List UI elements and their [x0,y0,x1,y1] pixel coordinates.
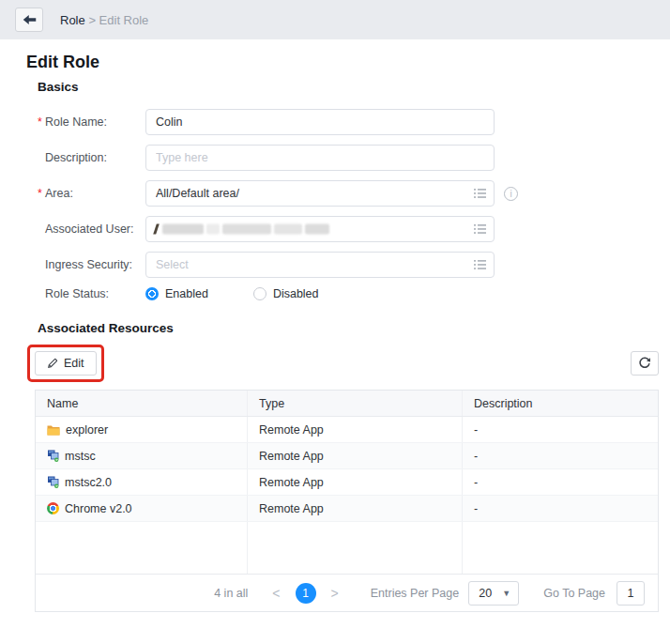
resource-name: Chrome v2.0 [65,502,132,515]
folder-icon [47,424,60,436]
entries-per-page-label: Entries Per Page [371,587,460,600]
table-row: explorer Remote App - [36,417,658,443]
radio-enabled-label: Enabled [165,287,208,300]
resource-type: Remote App [248,496,463,521]
radio-enabled[interactable]: Enabled [145,287,208,300]
entries-per-page-select[interactable]: 20 ▼ [468,581,519,606]
radio-checked-icon [145,287,159,300]
current-page-button[interactable]: 1 [296,583,316,604]
area-label: *Area: [38,187,145,200]
table-row: Chrome v2.0 Remote App - [36,496,658,522]
red-highlight-annotation: Edit [27,345,104,382]
resource-type: Remote App [248,469,463,495]
edit-button-label: Edit [64,357,84,370]
rdp-icon [47,450,59,462]
chevron-down-icon: ▼ [502,589,510,598]
refresh-icon [638,357,651,370]
resource-type: Remote App [248,443,463,468]
arrow-left-icon [23,14,37,25]
rdp-icon [47,476,59,488]
resources-toolbar: Edit [26,345,659,390]
role-name-label: *Role Name: [38,115,145,129]
redacted-value [155,224,329,235]
table-header: Name Type Description [36,391,658,417]
area-input[interactable] [145,180,495,207]
ingress-security-row: *Ingress Security: [38,252,659,278]
role-name-row: *Role Name: [38,109,659,135]
breadcrumb-separator: > [88,13,96,27]
required-asterisk: * [38,115,45,129]
resource-description: - [463,417,658,442]
associated-user-label: *Associated User: [38,222,145,236]
list-selector-icon[interactable] [474,224,486,235]
associated-user-row: *Associated User: [38,216,659,242]
column-header-type: Type [248,391,463,416]
resource-name: mstsc2.0 [65,476,112,489]
refresh-button[interactable] [631,351,659,376]
pagination-bar: 4 in all < 1 > Entries Per Page 20 ▼ Go … [36,575,658,611]
resource-description: - [463,469,658,495]
resource-description: - [463,496,658,521]
radio-unchecked-icon [253,287,266,300]
table-row: mstsc2.0 Remote App - [36,469,658,496]
topbar: Role > Edit Role [0,0,670,39]
radio-disabled[interactable]: Disabled [253,287,319,300]
info-icon[interactable]: i [504,187,518,201]
radio-disabled-label: Disabled [273,287,319,300]
pencil-icon [47,358,58,369]
column-header-name: Name [36,391,248,416]
page-title: Edit Role [26,53,659,72]
ingress-security-input[interactable] [145,252,495,278]
back-button[interactable] [15,8,43,32]
go-to-page-input[interactable] [617,581,645,606]
table-body: explorer Remote App - mstsc Remote App - [36,417,658,522]
prev-page-icon[interactable]: < [272,586,280,601]
breadcrumb: Role > Edit Role [60,13,148,27]
table-empty-area [36,522,658,575]
basics-form: *Role Name: *Description: *Area: [38,109,659,300]
ingress-security-label: *Ingress Security: [38,258,145,271]
breadcrumb-current: Edit Role [99,13,149,27]
role-name-input[interactable] [145,109,495,135]
next-page-icon[interactable]: > [331,586,339,601]
resources-table: Name Type Description explorer Remote Ap… [35,390,659,612]
column-header-description: Description [463,391,658,416]
edit-button[interactable]: Edit [35,351,97,376]
resource-name: explorer [66,423,108,437]
list-selector-icon[interactable] [474,189,486,199]
entries-per-page-value: 20 [479,587,492,600]
list-selector-icon[interactable] [474,260,486,270]
resource-type: Remote App [248,417,463,442]
basics-heading: Basics [38,80,659,94]
resource-description: - [463,443,658,468]
required-asterisk: * [38,187,45,200]
description-input[interactable] [145,145,495,171]
description-label: *Description: [38,151,145,164]
breadcrumb-parent[interactable]: Role [60,13,85,27]
table-row: mstsc Remote App - [36,443,658,469]
total-count: 4 in all [214,587,248,600]
chrome-icon [47,502,59,514]
area-row: *Area: i [38,180,659,207]
role-status-label: *Role Status: [38,287,145,300]
resource-name: mstsc [65,450,96,463]
description-row: *Description: [38,145,659,171]
go-to-page-label: Go To Page [543,587,605,600]
role-status-row: *Role Status: Enabled Disabled [38,287,659,300]
associated-resources-heading: Associated Resources [38,321,659,335]
